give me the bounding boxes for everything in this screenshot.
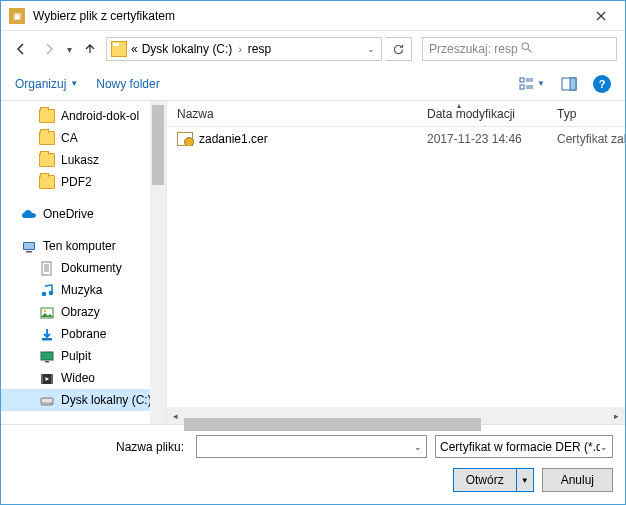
folder-icon	[111, 41, 127, 57]
column-type[interactable]: Typ	[547, 101, 625, 126]
svg-point-0	[522, 43, 529, 50]
tree-item[interactable]: PDF2	[1, 171, 166, 193]
svg-point-12	[44, 310, 47, 313]
svg-rect-6	[24, 243, 34, 249]
search-placeholder: Przeszukaj: resp	[429, 42, 520, 56]
onedrive-icon	[21, 207, 37, 221]
svg-rect-2	[520, 85, 524, 89]
tree-item-label: Muzyka	[61, 283, 102, 297]
svg-rect-7	[26, 251, 32, 253]
search-input[interactable]: Przeszukaj: resp	[422, 37, 617, 61]
tree-item-label: Wideo	[61, 371, 95, 385]
address-prefix: «	[131, 42, 138, 56]
address-folder[interactable]: resp	[248, 42, 271, 56]
column-name[interactable]: Nazwa	[167, 101, 417, 126]
tree-item-label: Dysk lokalny (C:)	[61, 393, 152, 407]
help-button[interactable]: ?	[593, 75, 611, 93]
tree-item-label: OneDrive	[43, 207, 94, 221]
filetype-filter[interactable]: Certyfikat w formacie DER (*.de ⌄	[435, 435, 613, 458]
chevron-right-icon: ›	[238, 44, 241, 55]
navbar: ▾ « Dysk lokalny (C:) › resp ⌄ Przeszuka…	[1, 31, 625, 67]
tree-item-label: Lukasz	[61, 153, 99, 167]
address-bar[interactable]: « Dysk lokalny (C:) › resp ⌄	[106, 37, 382, 61]
forward-button[interactable]	[37, 37, 61, 61]
chevron-down-icon: ▼	[537, 79, 545, 88]
tree-scrollbar[interactable]	[150, 101, 166, 424]
filename-label: Nazwa pliku:	[13, 440, 188, 454]
column-date[interactable]: Data modyfikacji	[417, 101, 547, 126]
refresh-button[interactable]	[386, 37, 412, 61]
tree-item-label: Dokumenty	[61, 261, 122, 275]
recent-locations-dropdown[interactable]: ▾	[67, 44, 72, 55]
file-type: Certyfikat zab	[547, 132, 625, 146]
svg-rect-4	[570, 78, 576, 90]
chevron-down-icon[interactable]: ⌄	[414, 442, 422, 452]
svg-rect-19	[51, 374, 53, 384]
up-button[interactable]	[78, 37, 102, 61]
tree-item-label: Pulpit	[61, 349, 91, 363]
address-dropdown[interactable]: ⌄	[365, 44, 377, 54]
vid-icon	[39, 371, 55, 385]
folder-icon	[39, 175, 55, 189]
back-button[interactable]	[9, 37, 33, 61]
file-rows[interactable]: zadanie1.cer2017-11-23 14:46Certyfikat z…	[167, 127, 625, 407]
img-icon	[39, 305, 55, 319]
scroll-left-button[interactable]: ◂	[167, 407, 184, 424]
folder-icon	[39, 109, 55, 123]
window-title: Wybierz plik z certyfikatem	[33, 9, 578, 23]
file-row[interactable]: zadanie1.cer2017-11-23 14:46Certyfikat z…	[167, 127, 625, 151]
folder-icon	[39, 153, 55, 167]
tree-item[interactable]: Muzyka	[1, 279, 166, 301]
tree-item[interactable]: Dysk lokalny (C:)	[1, 389, 166, 411]
pc-icon	[21, 239, 37, 253]
svg-point-22	[50, 403, 52, 405]
svg-rect-1	[520, 78, 524, 82]
search-icon	[520, 41, 611, 57]
svg-rect-16	[45, 361, 49, 363]
tree-item[interactable]: Android-dok-ol	[1, 105, 166, 127]
scroll-right-button[interactable]: ▸	[608, 407, 625, 424]
navigation-tree[interactable]: Android-dok-olCALukaszPDF2OneDriveTen ko…	[1, 101, 166, 424]
tree-item[interactable]: OneDrive	[1, 203, 166, 225]
app-icon: ▣	[9, 8, 25, 24]
tree-item[interactable]: Lukasz	[1, 149, 166, 171]
tree-item[interactable]: Pobrane	[1, 323, 166, 345]
svg-rect-21	[42, 399, 52, 402]
body: Android-dok-olCALukaszPDF2OneDriveTen ko…	[1, 101, 625, 424]
tree-item[interactable]: Dokumenty	[1, 257, 166, 279]
tree-item-label: CA	[61, 131, 78, 145]
preview-pane-button[interactable]	[561, 77, 577, 91]
chevron-down-icon: ▼	[70, 79, 78, 88]
horizontal-scrollbar[interactable]: ◂ ▸	[167, 407, 625, 424]
view-options-button[interactable]: ▼	[519, 77, 545, 91]
mus-icon	[39, 283, 55, 297]
certificate-icon	[177, 132, 193, 146]
close-icon	[596, 11, 606, 21]
open-dropdown[interactable]: ▼	[517, 476, 533, 485]
svg-rect-14	[41, 352, 53, 360]
new-folder-button[interactable]: Nowy folder	[96, 77, 159, 91]
close-button[interactable]	[578, 1, 623, 31]
titlebar: ▣ Wybierz plik z certyfikatem	[1, 1, 625, 31]
organize-button[interactable]: Organizuj ▼	[15, 77, 78, 91]
open-button[interactable]: Otwórz ▼	[453, 468, 534, 492]
tree-item-label: Obrazy	[61, 305, 100, 319]
tree-item[interactable]: Pulpit	[1, 345, 166, 367]
chevron-down-icon[interactable]: ⌄	[600, 442, 608, 452]
sort-indicator-icon: ▴	[457, 101, 461, 110]
tree-item[interactable]: Ten komputer	[1, 235, 166, 257]
tree-item-label: Pobrane	[61, 327, 106, 341]
tree-item[interactable]: Obrazy	[1, 301, 166, 323]
bottom-panel: Nazwa pliku: ⌄ Certyfikat w formacie DER…	[1, 424, 625, 504]
filename-input[interactable]: ⌄	[196, 435, 427, 458]
address-drive[interactable]: Dysk lokalny (C:)	[142, 42, 233, 56]
tree-item[interactable]: Wideo	[1, 367, 166, 389]
drive-icon	[39, 393, 55, 407]
tree-item-label: Android-dok-ol	[61, 109, 139, 123]
cancel-button[interactable]: Anuluj	[542, 468, 613, 492]
tree-item[interactable]: CA	[1, 127, 166, 149]
tree-item-label: PDF2	[61, 175, 92, 189]
doc-icon	[39, 261, 55, 275]
file-name: zadanie1.cer	[199, 132, 268, 146]
svg-rect-13	[42, 338, 52, 341]
